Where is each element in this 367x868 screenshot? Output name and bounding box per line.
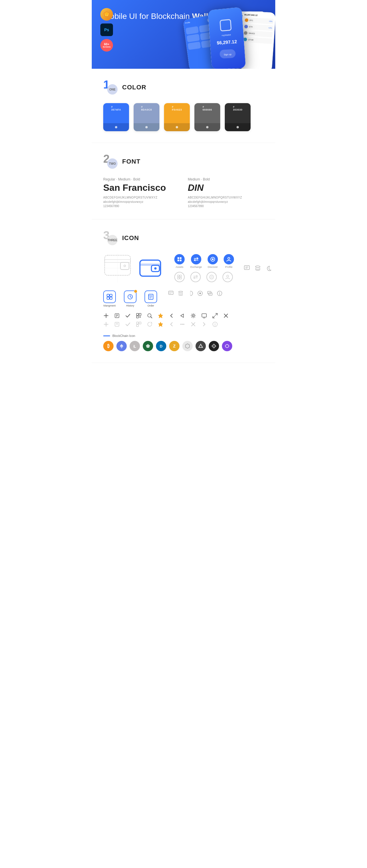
svg-marker-104 (213, 345, 215, 347)
swatch-orange-top: #F5A623 (164, 103, 190, 123)
clipboard-icon-disabled (114, 321, 120, 327)
exchange-outline-icon (190, 272, 201, 282)
font-section: 2 TWO FONT Regular · Medium · Bold San F… (92, 143, 275, 219)
checkmark-icon[interactable] (125, 313, 131, 318)
din-weights: Medium · Bold (188, 177, 264, 181)
close-icon[interactable] (223, 313, 229, 318)
check-icon-disabled (125, 321, 131, 327)
swatch-black-dot (236, 126, 239, 128)
svg-marker-88 (158, 322, 163, 327)
discover-outline-svg (209, 274, 214, 280)
plus-icon[interactable] (103, 313, 109, 318)
assets-outline-svg (177, 274, 182, 280)
font-grid: Regular · Medium · Bold San Francisco AB… (103, 177, 264, 208)
svg-marker-101 (199, 344, 203, 347)
wallet-filled-wrap (139, 254, 162, 282)
svg-rect-70 (139, 317, 140, 318)
svg-rect-87 (137, 324, 139, 327)
discover-label: Discover (208, 266, 218, 269)
sf-numbers: 1234567890 (103, 205, 179, 208)
history-badge (134, 290, 137, 293)
phone-center: myWallet $6,297.12 Sign up (208, 7, 246, 69)
svg-point-52 (199, 292, 201, 294)
svg-line-77 (215, 314, 217, 315)
din-numbers: 1234567890 (188, 205, 264, 208)
search-icon[interactable] (147, 313, 152, 318)
svg-point-12 (154, 267, 157, 270)
refresh-icon-disabled (147, 321, 152, 327)
hero-section: Mobile UI for Blockchain Wallet UI Kit P… (92, 0, 275, 69)
extra-icons-row1 (244, 265, 275, 271)
swatch-gray-blue-top: #8DA0C8 (134, 103, 160, 123)
svg-rect-69 (140, 316, 141, 317)
ethereum-icon (116, 341, 127, 351)
assets-label: Assets (175, 266, 183, 269)
svg-point-18 (212, 258, 214, 260)
star-icon[interactable] (158, 313, 163, 318)
assets-icon-item: Assets (174, 254, 185, 269)
discover-outline-icon (206, 272, 217, 282)
eth-svg (119, 343, 124, 349)
svg-marker-100 (186, 344, 190, 348)
plus-icon-disabled (103, 321, 109, 327)
svg-rect-20 (177, 275, 179, 277)
chevron-left-icon[interactable] (169, 313, 174, 318)
clipboard-icon[interactable] (114, 313, 120, 318)
sf-name: San Francisco (103, 183, 179, 193)
qr-icon[interactable] (136, 313, 142, 318)
svg-rect-67 (139, 316, 140, 317)
screen-icon[interactable] (201, 313, 207, 318)
diamond-svg (211, 343, 217, 349)
chat-icon (244, 265, 250, 271)
order-icon (144, 290, 157, 303)
matic-icon (222, 341, 232, 351)
x-icon-disabled (190, 321, 196, 327)
svg-point-74 (192, 315, 194, 316)
blockchain-icon-label: BlockChain Icon (103, 334, 264, 337)
icon-title: ICON (122, 234, 139, 242)
font-title: FONT (122, 158, 140, 165)
swatch-black: #303030 (225, 103, 251, 131)
nav-icons-outline (174, 272, 234, 282)
profile-icon-item: Profile (224, 254, 234, 269)
font-section-header: 2 TWO FONT (103, 154, 264, 169)
svg-point-30 (255, 266, 260, 268)
svg-rect-39 (107, 297, 109, 299)
settings-icon[interactable] (190, 313, 196, 318)
chat2-icon (207, 290, 213, 296)
svg-point-89 (180, 324, 181, 325)
discover-icon (210, 257, 215, 262)
tool-icons-filled (103, 313, 264, 318)
swatch-blue: #3574FA (103, 103, 129, 131)
svg-rect-9 (140, 260, 161, 276)
section-2-circle: TWO (107, 158, 117, 169)
swatch-orange: #F5A623 (164, 103, 190, 131)
resize-icon[interactable] (212, 313, 218, 318)
history-icon (124, 290, 137, 303)
svg-rect-13 (177, 257, 179, 259)
svg-rect-85 (137, 322, 139, 324)
svg-line-76 (213, 316, 215, 318)
discover-icon-item: Discover (207, 254, 218, 269)
svg-point-19 (228, 257, 230, 259)
assets-icon-circle (174, 254, 185, 265)
discover-icon-circle (207, 254, 218, 265)
matic-svg (225, 343, 230, 349)
share-icon[interactable] (179, 313, 185, 318)
sf-weights: Regular · Medium · Bold (103, 177, 179, 181)
color-title: COLOR (122, 84, 146, 91)
swatch-blue-dot (115, 126, 117, 128)
color-section: 1 ONE COLOR #3574FA #8DA0C8 #F5A623 (92, 69, 275, 143)
diamond-icon (209, 341, 219, 351)
moon-icon (265, 265, 272, 271)
svg-rect-27 (244, 266, 250, 270)
chat-bubble-icon (168, 290, 174, 296)
ps-badge: Ps (101, 24, 113, 36)
exchange-icon-circle (191, 254, 201, 265)
section-2-number: 2 TWO (103, 154, 117, 169)
svg-rect-15 (177, 259, 179, 261)
stack-icon (178, 290, 184, 296)
svg-point-24 (209, 275, 214, 279)
bitcoin-icon: ₿ (103, 341, 114, 351)
svg-rect-16 (180, 259, 181, 261)
